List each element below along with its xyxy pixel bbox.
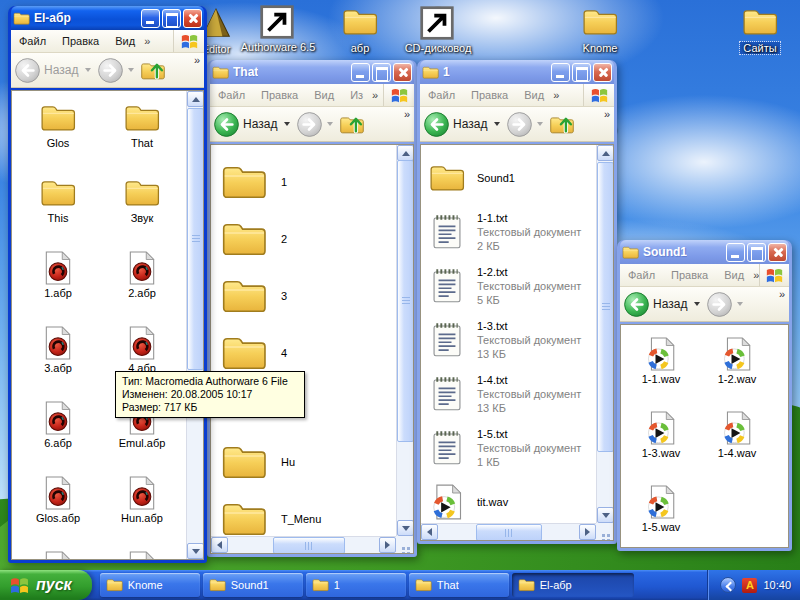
taskbar-task-button[interactable]: That [409,573,509,597]
back-dropdown-icon[interactable] [694,302,700,306]
menu-item[interactable]: Файл [620,269,663,281]
scroll-thumb[interactable] [597,162,614,452]
titlebar[interactable]: 1 [420,60,614,84]
close-button[interactable] [393,63,412,82]
tray-collapse-chevron-icon[interactable] [720,577,736,593]
file-tile[interactable]: tit.wav [429,475,613,529]
forward-dropdown-icon[interactable] [327,122,333,126]
menu-item[interactable]: Правка [54,35,107,47]
forward-button[interactable] [97,57,138,84]
folder-item[interactable]: 1 [221,153,413,210]
menu-overflow-chevron-icon[interactable]: » [553,89,559,101]
titlebar[interactable]: Sound1 [620,240,789,264]
menu-item[interactable]: Файл [420,89,463,101]
close-button[interactable] [183,9,202,28]
scroll-thumb[interactable] [273,537,345,554]
taskbar-task-button[interactable]: Sound1 [203,573,303,597]
vertical-scrollbar[interactable] [396,145,413,536]
file-item[interactable] [102,551,182,560]
file-item[interactable]: 3.абр [18,326,98,401]
menu-item[interactable]: Правка [463,89,516,101]
scroll-thumb[interactable] [187,108,204,370]
back-dropdown-icon[interactable] [284,122,290,126]
menu-item[interactable]: Файл [210,89,253,101]
up-button[interactable] [339,111,365,137]
file-tile[interactable]: 1-5.txt Текстовый документ 1 КБ [429,421,613,475]
scroll-up-arrow[interactable] [597,145,614,161]
taskbar-task-button[interactable]: 1 [306,573,406,597]
file-tile[interactable]: 1-2.txt Текстовый документ 5 КБ [429,259,613,313]
scroll-down-arrow[interactable] [597,507,614,523]
forward-dropdown-icon[interactable] [537,122,543,126]
maximize-button[interactable] [572,63,591,82]
scroll-thumb[interactable] [397,160,414,442]
toolbar-overflow-chevron-icon[interactable]: » [604,108,610,120]
folder-item[interactable]: 2 [221,210,413,267]
minimize-button[interactable] [551,63,570,82]
file-tile[interactable]: 1-1.txt Текстовый документ 2 КБ [429,205,613,259]
desktop-icon[interactable]: Сайты [732,5,788,54]
vertical-scrollbar[interactable] [596,145,613,523]
file-tile[interactable]: 1-3.txt Текстовый документ 13 КБ [429,313,613,367]
file-item[interactable]: 1-2.wav [697,337,777,411]
file-item[interactable]: 6.абр [18,401,98,476]
minimize-button[interactable] [726,243,745,262]
desktop-icon[interactable]: Authorware 6.5 [236,4,320,53]
back-button[interactable]: Назад [14,57,95,84]
menu-item[interactable]: Правка [663,269,716,281]
file-item[interactable]: That [102,101,182,176]
menu-overflow-chevron-icon[interactable]: » [372,89,378,101]
close-button[interactable] [768,243,787,262]
menu-item[interactable]: Из [342,89,371,101]
horizontal-scrollbar[interactable] [211,536,396,553]
vertical-scrollbar[interactable] [186,91,203,559]
file-item[interactable]: Glos.абр [18,476,98,551]
file-item[interactable]: 1-1.wav [621,337,701,411]
toolbar-overflow-chevron-icon[interactable]: » [404,108,410,120]
titlebar[interactable]: El-абр [11,6,204,30]
back-dropdown-icon[interactable] [494,122,500,126]
menu-overflow-chevron-icon[interactable]: » [144,35,150,47]
up-button[interactable] [140,57,166,83]
file-item[interactable]: Hun.абр [102,476,182,551]
menu-item[interactable]: Вид [716,269,752,281]
maximize-button[interactable] [162,9,181,28]
desktop-icon[interactable]: Knome [572,5,628,54]
scroll-right-arrow[interactable] [579,524,596,540]
scroll-down-arrow[interactable] [397,520,414,536]
scroll-thumb[interactable] [476,524,542,541]
file-item[interactable]: 2.абр [102,251,182,326]
file-tile[interactable]: 1-4.txt Текстовый документ 13 КБ [429,367,613,421]
taskbar-task-button[interactable]: Knome [100,573,200,597]
desktop-icon[interactable]: CD-дисковод [402,5,474,54]
toolbar-overflow-chevron-icon[interactable]: » [194,54,200,66]
scroll-up-arrow[interactable] [397,145,414,161]
scroll-left-arrow[interactable] [211,537,228,553]
resize-grip[interactable] [396,536,413,553]
file-tile[interactable]: Sound1 [429,151,613,205]
file-item[interactable]: Звук [102,176,182,251]
resize-grip[interactable] [596,523,613,540]
folder-item[interactable]: 3 [221,267,413,324]
maximize-button[interactable] [747,243,766,262]
forward-dropdown-icon[interactable] [128,68,134,72]
taskbar-task-button[interactable]: El-абр [512,573,634,597]
menu-item[interactable]: Вид [107,35,143,47]
back-button[interactable]: Назад [213,111,294,138]
up-button[interactable] [549,111,575,137]
forward-dropdown-icon[interactable] [737,302,743,306]
forward-button[interactable] [706,291,747,318]
file-item[interactable]: This [18,176,98,251]
desktop-icon[interactable]: абр [332,5,388,54]
forward-button[interactable] [506,111,547,138]
menu-item[interactable]: Правка [253,89,306,101]
file-item[interactable] [18,551,98,560]
menu-item[interactable]: Вид [306,89,342,101]
language-indicator-icon[interactable]: A [742,578,757,593]
file-item[interactable]: 1-3.wav [621,411,701,485]
menu-item[interactable]: Файл [11,35,54,47]
scroll-left-arrow[interactable] [421,524,438,540]
close-button[interactable] [593,63,612,82]
menu-item[interactable]: Вид [516,89,552,101]
folder-item[interactable]: Hu [221,433,413,490]
